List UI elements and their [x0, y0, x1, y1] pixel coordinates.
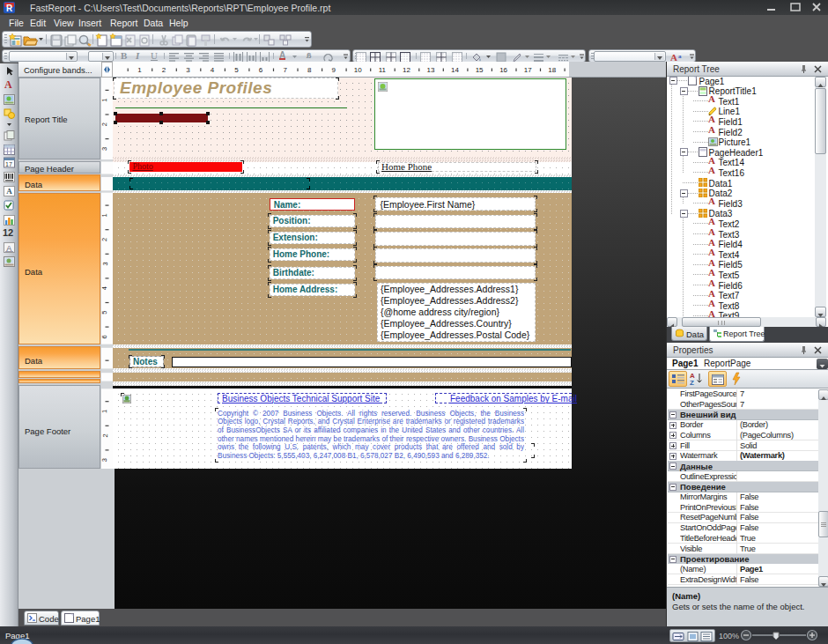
- svg-text:A: A: [6, 187, 12, 196]
- svg-text:R: R: [6, 4, 13, 13]
- svg-text:Z: Z: [690, 379, 694, 387]
- svg-text:17: 17: [5, 161, 12, 167]
- svg-text:8: 8: [307, 66, 312, 74]
- svg-text:3: 3: [101, 147, 109, 151]
- svg-text:4: 4: [211, 66, 215, 74]
- svg-text:12: 12: [403, 66, 410, 74]
- svg-text:1: 1: [101, 213, 109, 217]
- svg-text:6: 6: [259, 66, 263, 74]
- svg-text:4: 4: [101, 286, 109, 290]
- svg-text:14: 14: [451, 66, 459, 74]
- svg-text:3: 3: [101, 262, 109, 265]
- svg-text:13: 13: [427, 66, 435, 74]
- svg-text:15: 15: [476, 66, 484, 74]
- svg-text:3: 3: [186, 66, 190, 74]
- svg-text:5: 5: [234, 66, 239, 74]
- svg-text:18: 18: [548, 66, 556, 74]
- svg-text:2: 2: [101, 238, 109, 241]
- svg-text:11: 11: [379, 66, 387, 74]
- svg-text:5: 5: [101, 311, 109, 315]
- svg-text:1: 1: [101, 99, 109, 102]
- svg-text:9: 9: [332, 66, 336, 74]
- svg-text:1: 1: [137, 66, 142, 74]
- svg-text:17: 17: [524, 66, 532, 74]
- svg-text:1: 1: [101, 410, 109, 413]
- svg-text:10: 10: [354, 66, 362, 74]
- svg-text:2: 2: [162, 66, 166, 74]
- svg-text:a: a: [678, 53, 682, 60]
- svg-text:6: 6: [101, 335, 109, 338]
- svg-text:2: 2: [101, 433, 109, 437]
- svg-text:7: 7: [283, 66, 287, 74]
- svg-text:2: 2: [101, 122, 109, 126]
- svg-text:3: 3: [101, 458, 109, 462]
- svg-text:16: 16: [499, 66, 507, 74]
